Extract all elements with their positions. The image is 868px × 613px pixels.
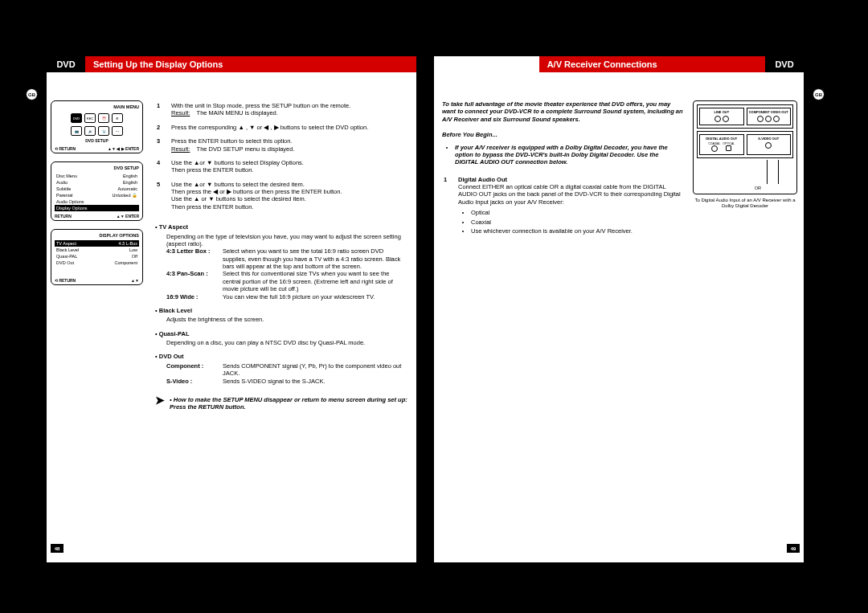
section-tag: DVD [47,56,85,72]
menu-icon-dvd: DVD [71,113,82,123]
osd-display-options: DISPLAY OPTIONS TV Aspect4:3 L-Box Black… [51,229,143,285]
section-tag: DVD [765,56,804,72]
menu-icon: 📡 [98,126,109,136]
region-badge: GB [813,88,825,100]
menu-icon: REC [84,113,96,123]
menu-icon: ⋯ [112,126,123,136]
menu-icon: ⚙ [112,113,123,123]
page-title: A/V Receiver Connections [539,56,765,72]
page-header: DVD Setting Up the Display Options [47,56,416,72]
setup-note: ➤ • How to make the SETUP MENU disappear… [155,396,408,411]
page-number: 49 [787,544,800,553]
page-header: DVD A/V Receiver Connections [434,56,804,72]
manual-page-left: DVD Setting Up the Display Options GB MA… [47,56,416,562]
back-panel: LINE OUT COMPONENT VIDEO OUT [697,104,793,129]
menu-icon: ⏰ [98,113,109,123]
region-badge: GB [26,88,38,100]
connection-diagram: LINE OUT COMPONENT VIDEO OUT DIGITAL AUD… [693,100,797,209]
digital-audio-out-group: DIGITAL AUDIO OUT COAXIAL OPTICAL [699,134,744,155]
osd-illustrations: MAIN MENU DVD REC ⏰ ⚙ 📺 🔊 📡 ⋯ DVD SETUP … [51,100,143,293]
cable-wires [697,160,793,184]
page-title: Setting Up the Display Options [85,56,416,72]
manual-page-right: DVD A/V Receiver Connections GB To take … [434,56,804,562]
step-list: 1 With the unit in Stop mode, press the … [155,100,370,217]
page-number: 48 [51,544,63,553]
menu-icon: 📺 [71,126,82,136]
instruction-body: To take full advantage of the movie thea… [442,100,683,249]
instruction-body: 1 With the unit in Stop mode, press the … [155,100,408,411]
osd-main-menu: MAIN MENU DVD REC ⏰ ⚙ 📺 🔊 📡 ⋯ DVD SETUP … [51,100,143,153]
osd-dvd-setup: DVD SETUP Disc MenuEnglish AudioEnglish … [51,161,143,221]
note-arrow-icon: ➤ [155,396,165,411]
menu-icon: 🔊 [84,126,96,136]
